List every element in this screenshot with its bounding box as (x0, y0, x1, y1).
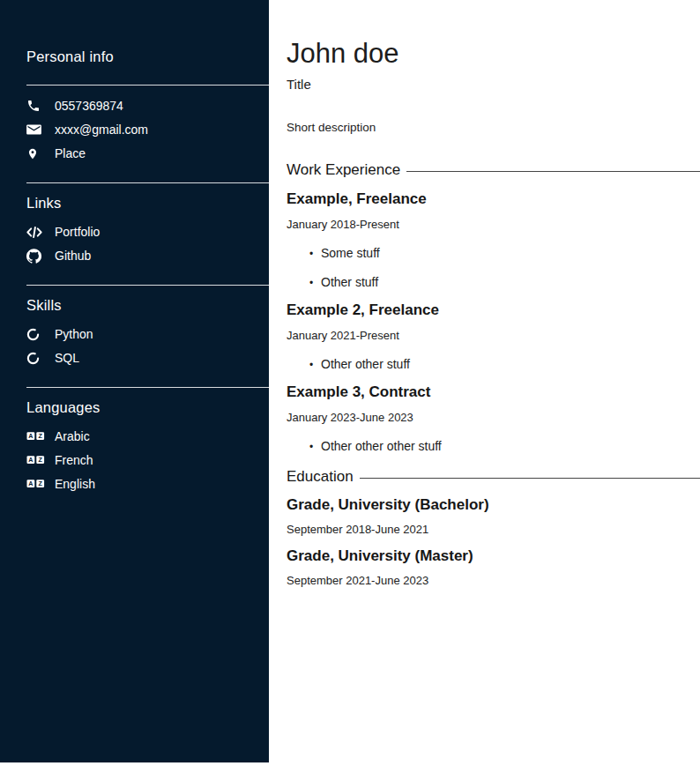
education-entry: Grade, University (Bachelor) September 2… (287, 496, 700, 536)
job-title: Title (287, 77, 700, 92)
link-portfolio[interactable]: Portfolio (26, 223, 269, 241)
svg-text:Z: Z (39, 480, 43, 487)
sidebar-divider (26, 285, 269, 286)
link-portfolio-label: Portfolio (55, 223, 100, 241)
sidebar-divider (26, 85, 269, 86)
bullet-item: Other other stuff (309, 357, 700, 371)
work-entry: Example 2, Freelance January 2021-Presen… (287, 301, 700, 371)
work-entry-date: January 2018-Present (287, 218, 700, 231)
personal-info-heading: Personal info (26, 48, 269, 65)
svg-text:A: A (28, 432, 33, 440)
contact-phone-label: 0557369874 (55, 97, 123, 115)
translate-icon: AZ (26, 452, 46, 468)
languages-list: AZ Arabic AZ French AZ English (26, 428, 269, 493)
bullet-item: Some stuff (309, 246, 700, 260)
sidebar-divider (26, 182, 269, 183)
sidebar-section-links: Links Portfolio Github (26, 195, 269, 264)
section-heading-education: Education (287, 468, 700, 485)
svg-text:A: A (28, 456, 33, 464)
contact-place-label: Place (55, 145, 86, 162)
languages-heading: Languages (26, 399, 269, 416)
work-entry-date: January 2021-Present (287, 329, 700, 342)
work-entry-title: Example, Freelance (287, 190, 700, 207)
skill-sql: SQL (26, 349, 269, 367)
circle-notch-icon (26, 326, 44, 342)
link-github[interactable]: Github (26, 247, 269, 264)
language-arabic-label: Arabic (55, 428, 90, 445)
language-arabic: AZ Arabic (26, 428, 269, 445)
github-icon (26, 248, 44, 264)
sidebar-divider (26, 387, 269, 388)
short-description: Short description (287, 121, 700, 134)
section-heading-rule (406, 171, 700, 172)
bullet-item: Other other other stuff (309, 439, 700, 453)
sidebar-section-languages: Languages AZ Arabic AZ French AZ (26, 399, 269, 493)
section-heading-label: Work Experience (287, 161, 400, 178)
skill-python: Python (26, 325, 269, 343)
work-entry-bullets: Some stuff Other stuff (287, 246, 700, 289)
contact-phone-row: 0557369874 (26, 97, 269, 115)
skill-sql-label: SQL (55, 349, 79, 367)
section-heading-rule (360, 478, 700, 479)
section-heading-work-experience: Work Experience (287, 161, 700, 178)
code-icon (26, 224, 44, 240)
education-entry: Grade, University (Master) September 202… (287, 547, 700, 587)
contact-email-row: xxxx@gmail.com (26, 121, 269, 138)
link-github-label: Github (55, 247, 91, 264)
language-english-label: English (55, 475, 95, 493)
work-entry-bullets: Other other stuff (287, 357, 700, 371)
translate-icon: AZ (26, 428, 46, 444)
education-entry-title: Grade, University (Bachelor) (287, 496, 700, 513)
education-entry-date: September 2021-June 2023 (287, 574, 700, 587)
phone-icon (26, 98, 44, 114)
contact-place-row: Place (26, 145, 269, 162)
education-entry-title: Grade, University (Master) (287, 547, 700, 564)
bullet-item: Other stuff (309, 275, 700, 289)
contact-email-label: xxxx@gmail.com (55, 121, 148, 138)
education-entry-date: September 2018-June 2021 (287, 523, 700, 536)
page-title: John doe (287, 39, 700, 69)
language-french: AZ French (26, 451, 269, 469)
email-icon (26, 122, 44, 138)
contact-list: 0557369874 xxxx@gmail.com Place (26, 97, 269, 162)
skills-list: Python SQL (26, 325, 269, 367)
links-heading: Links (26, 195, 269, 212)
svg-text:Z: Z (39, 432, 43, 440)
resume-page: Personal info 0557369874 xxxx@gmail.com (0, 0, 700, 766)
location-icon (26, 145, 44, 161)
work-entry-date: January 2023-June 2023 (287, 411, 700, 424)
language-english: AZ English (26, 475, 269, 493)
sidebar: Personal info 0557369874 xxxx@gmail.com (0, 0, 269, 762)
work-entry-title: Example 3, Contract (287, 383, 700, 400)
work-entry: Example 3, Contract January 2023-June 20… (287, 383, 700, 453)
language-french-label: French (55, 451, 93, 469)
translate-icon: AZ (26, 476, 46, 492)
work-entry: Example, Freelance January 2018-Present … (287, 190, 700, 289)
sidebar-section-skills: Skills Python SQL (26, 297, 269, 367)
circle-notch-icon (26, 350, 44, 366)
skill-python-label: Python (55, 325, 93, 343)
svg-text:A: A (28, 480, 33, 487)
links-list: Portfolio Github (26, 223, 269, 264)
work-entry-title: Example 2, Freelance (287, 301, 700, 318)
resume-main: John doe Title Short description Work Ex… (287, 0, 700, 587)
work-entry-bullets: Other other other stuff (287, 439, 700, 453)
section-heading-label: Education (287, 468, 354, 485)
sidebar-section-personal-info: Personal info 0557369874 xxxx@gmail.com (26, 48, 269, 162)
svg-text:Z: Z (39, 456, 43, 464)
skills-heading: Skills (26, 297, 269, 314)
